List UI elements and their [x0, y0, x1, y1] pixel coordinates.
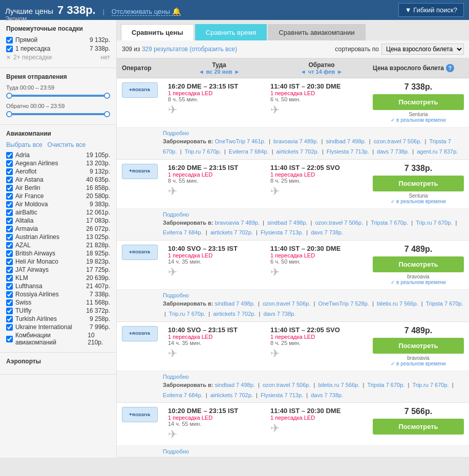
airline-checkbox[interactable] [6, 258, 13, 265]
booking-link[interactable]: Flysiesta 7 713р. [261, 229, 303, 235]
outbound-nav-right[interactable]: ► [234, 69, 240, 75]
airline-checkbox[interactable] [6, 242, 13, 249]
airline-checkbox[interactable] [6, 152, 13, 159]
booking-link[interactable]: OneTwoTrip 7 461р. [215, 138, 266, 144]
booking-link[interactable]: Trip.ru 7 670р. [185, 148, 221, 155]
airline-checkbox[interactable] [6, 193, 13, 200]
airline-checkbox[interactable] [6, 283, 13, 290]
airline-checkbox[interactable] [6, 226, 13, 232]
return-stop: 1 пересадка LED [270, 90, 368, 96]
booking-link[interactable]: sindbad 7 498р. [326, 138, 366, 144]
airline-checkbox[interactable] [6, 336, 13, 342]
return-slider[interactable] [6, 113, 110, 115]
stop-checkbox-direct[interactable] [6, 37, 13, 44]
details-toggle[interactable]: Подробно [163, 292, 189, 298]
outbound-stop: 1 пересадка LED [168, 252, 265, 258]
booking-link[interactable]: Eviterra 7 684р. [163, 392, 203, 398]
provider-info: Senturia [409, 112, 428, 117]
book-button[interactable]: Посмотреть [373, 338, 464, 354]
tab-airlines[interactable]: Сравнить авиакомпании [268, 24, 365, 40]
airline-checkbox[interactable] [6, 209, 13, 216]
select-all-link[interactable]: Выбрать все [6, 141, 42, 148]
booking-link[interactable]: ozon.travel 7 506р. [263, 382, 311, 388]
booking-link[interactable]: davs 7 738р. [377, 148, 409, 155]
airline-checkbox[interactable] [6, 177, 13, 183]
booking-link[interactable]: Tripsta 7 670р. [367, 382, 404, 388]
tab-prices[interactable]: Сравнить цены [121, 24, 194, 40]
outbound-slider-left[interactable] [6, 93, 12, 99]
booking-link[interactable]: davs 7 738р. [311, 229, 343, 235]
booking-link[interactable]: Eviterra 7 684р. [229, 148, 269, 155]
booking-link[interactable]: sindbad 7 498р. [267, 220, 307, 226]
stop-checkbox-1[interactable] [6, 46, 13, 52]
booking-link[interactable]: Trip.ru 7 670р. [169, 311, 205, 317]
booking-link[interactable]: OneTwoTrip 7 528р. [318, 300, 369, 307]
details-toggle[interactable]: Подробно [163, 374, 189, 380]
return-slider-right[interactable] [104, 111, 110, 117]
sort-select[interactable]: Цена взрослого билета [381, 44, 464, 55]
booking-link[interactable]: Eviterra 7 684р. [163, 229, 203, 235]
airline-checkbox[interactable] [6, 316, 13, 322]
booking-link[interactable]: airtickets 7 702р. [210, 229, 253, 235]
airline-checkbox[interactable] [6, 218, 13, 224]
airline-item: Alitalia 17 083р. [6, 217, 110, 224]
return-slider-left[interactable] [6, 111, 12, 117]
airline-checkbox[interactable] [6, 299, 13, 306]
airline-checkbox[interactable] [6, 250, 13, 257]
booking-link[interactable]: ozon.travel 7 506р. [315, 220, 363, 226]
book-button[interactable]: Посмотреть [373, 419, 464, 435]
booking-link[interactable]: airtickets 7 702р. [210, 392, 253, 398]
flight-price: 7 489р. [404, 245, 432, 254]
booking-link[interactable]: biletix.ru 7 566р. [377, 300, 418, 307]
airline-checkbox[interactable] [6, 308, 13, 314]
booking-link[interactable]: ozon.travel 7 506р. [374, 138, 422, 144]
booking-link[interactable]: Flysiesta 7 713р. [327, 148, 369, 155]
booking-link[interactable]: biletix.ru 7 566р. [318, 382, 360, 388]
details-toggle[interactable]: Подробно [163, 211, 189, 218]
booking-link[interactable]: ozon.travel 7 506р. [263, 300, 311, 307]
airline-checkbox[interactable] [6, 201, 13, 208]
results-total-link[interactable]: 329 результатов (отобразить все) [142, 46, 237, 53]
outbound-slider-right[interactable] [104, 93, 110, 99]
outbound-segment: 16:20 DME – 23:15 IST 1 пересадка LED 8 … [168, 164, 270, 198]
details-toggle[interactable]: Подробно [163, 448, 189, 455]
airline-checkbox[interactable] [6, 324, 13, 331]
booking-link[interactable]: airtickets 7 702р. [213, 311, 255, 317]
booking-link[interactable]: bravoavia 7 489р. [215, 220, 260, 226]
airline-checkbox[interactable] [6, 185, 13, 191]
airline-checkbox[interactable] [6, 291, 13, 298]
details-toggle[interactable]: Подробно [163, 130, 189, 136]
booking-link[interactable]: airtickets 7 702р. [276, 148, 319, 155]
airline-checkbox[interactable] [6, 267, 13, 273]
header-track[interactable]: Отслеживать цены 🔔 [112, 7, 181, 16]
booking-link[interactable]: bravoavia 7 489р. [273, 138, 318, 144]
booking-link[interactable]: Trip.ru 7 670р. [412, 382, 449, 388]
booking-link[interactable]: Flysiesta 7 713р. [261, 392, 303, 398]
time-filter-title: Время отправления [6, 73, 110, 80]
price-help-icon[interactable]: ? [446, 64, 454, 72]
flexible-search-button[interactable]: ▼ Гибкий поиск? [398, 3, 464, 17]
airline-checkbox[interactable] [6, 168, 13, 175]
return-nav-left[interactable]: ◄ [301, 69, 306, 75]
results-bar: 309 из 329 результатов (отобразить все) … [117, 40, 469, 58]
booking-link[interactable]: Tripsta 7 670р. [371, 220, 408, 226]
outbound-slider[interactable] [6, 95, 110, 97]
outbound-segment: 10:40 SVO – 23:15 IST 1 пересадка LED 14… [168, 245, 270, 279]
airline-checkbox[interactable] [6, 234, 13, 241]
book-button[interactable]: Посмотреть [373, 256, 464, 272]
booking-link[interactable]: Tripsta 7 670р. [426, 300, 463, 307]
book-button[interactable]: Посмотреть [373, 94, 464, 110]
booking-link[interactable]: sindbad 7 498р. [215, 300, 255, 307]
airline-checkbox[interactable] [6, 275, 13, 282]
book-button[interactable]: Посмотреть [373, 176, 464, 191]
booking-link[interactable]: davs 7 738р. [311, 392, 343, 398]
booking-link[interactable]: davs 7 738р. [264, 311, 296, 317]
return-nav-right[interactable]: ► [337, 69, 343, 75]
booking-link[interactable]: Trip.ru 7 670р. [416, 220, 452, 226]
clear-all-link[interactable]: Очистить все [48, 141, 86, 148]
airline-checkbox[interactable] [6, 160, 13, 167]
outbound-nav-left[interactable]: ◄ [199, 69, 204, 75]
booking-link[interactable]: agent.ru 7 837р. [417, 148, 458, 155]
tab-time[interactable]: Сравнить время [195, 24, 267, 40]
booking-link[interactable]: sindbad 7 498р. [215, 382, 255, 388]
